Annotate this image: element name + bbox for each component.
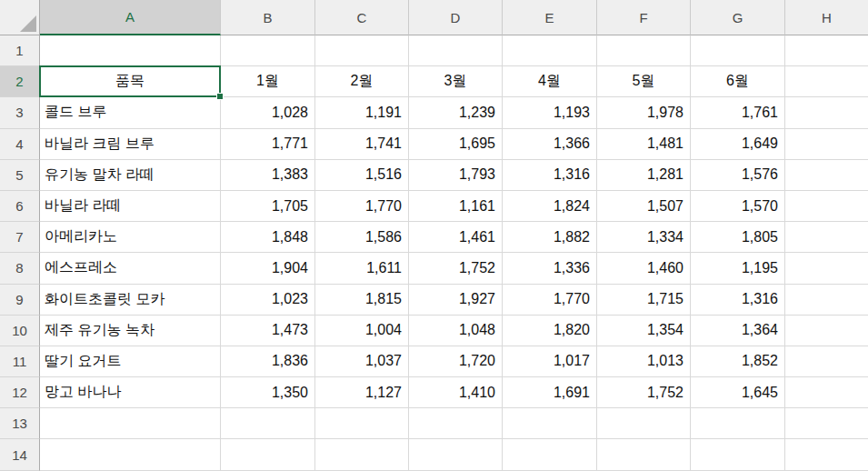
cell-H13[interactable] [785,408,868,439]
cell-F10[interactable]: 1,354 [597,316,691,346]
col-header-G[interactable]: G [691,0,785,35]
cell-H8[interactable] [785,253,868,284]
cell-C9[interactable]: 1,815 [315,285,409,316]
cell-C5[interactable]: 1,516 [315,160,409,191]
cell-D13[interactable] [409,408,503,439]
row-header-11[interactable]: 11 [0,346,40,377]
row-header-1[interactable]: 1 [0,35,40,66]
cell-H7[interactable] [785,222,868,253]
cell-H12[interactable] [785,377,868,408]
cell-G3[interactable]: 1,761 [691,97,785,128]
cell-E5[interactable]: 1,316 [503,160,597,191]
cell-F13[interactable] [597,408,691,439]
cell-H1[interactable] [785,35,868,66]
cell-A2[interactable]: 품목 [40,66,221,97]
cell-E2[interactable]: 4월 [503,66,597,97]
cell-B2[interactable]: 1월 [221,66,315,97]
cell-C4[interactable]: 1,741 [315,129,409,160]
cell-A5[interactable]: 유기농 말차 라떼 [40,160,221,191]
cell-B6[interactable]: 1,705 [221,191,315,222]
cell-F12[interactable]: 1,752 [597,377,691,408]
cell-D10[interactable]: 1,048 [409,316,503,346]
cell-H4[interactable] [785,129,868,160]
cell-A14[interactable] [40,439,221,470]
cell-H9[interactable] [785,285,868,316]
cell-B8[interactable]: 1,904 [221,253,315,284]
cell-C3[interactable]: 1,191 [315,97,409,128]
cell-G2[interactable]: 6월 [691,66,785,97]
cell-D2[interactable]: 3월 [409,66,503,97]
cell-E4[interactable]: 1,366 [503,129,597,160]
cell-E13[interactable] [503,408,597,439]
cell-F8[interactable]: 1,460 [597,253,691,284]
cell-A10[interactable]: 제주 유기농 녹차 [40,316,221,346]
cell-D4[interactable]: 1,695 [409,129,503,160]
cell-E8[interactable]: 1,336 [503,253,597,284]
cell-C11[interactable]: 1,037 [315,346,409,377]
cell-C8[interactable]: 1,611 [315,253,409,284]
cell-A11[interactable]: 딸기 요거트 [40,346,221,377]
row-header-14[interactable]: 14 [0,439,40,470]
cell-G10[interactable]: 1,364 [691,316,785,346]
cell-D8[interactable]: 1,752 [409,253,503,284]
cell-A3[interactable]: 콜드 브루 [40,97,221,128]
cell-G12[interactable]: 1,645 [691,377,785,408]
cell-G8[interactable]: 1,195 [691,253,785,284]
row-header-13[interactable]: 13 [0,408,40,439]
cell-C10[interactable]: 1,004 [315,316,409,346]
cell-E7[interactable]: 1,882 [503,222,597,253]
cell-D14[interactable] [409,439,503,470]
cell-A4[interactable]: 바닐라 크림 브루 [40,129,221,160]
cell-F9[interactable]: 1,715 [597,285,691,316]
cell-D7[interactable]: 1,461 [409,222,503,253]
cell-E10[interactable]: 1,820 [503,316,597,346]
cell-H6[interactable] [785,191,868,222]
cell-D5[interactable]: 1,793 [409,160,503,191]
cell-E3[interactable]: 1,193 [503,97,597,128]
cell-A7[interactable]: 아메리카노 [40,222,221,253]
cell-H11[interactable] [785,346,868,377]
cell-C1[interactable] [315,35,409,66]
cell-B4[interactable]: 1,771 [221,129,315,160]
row-header-5[interactable]: 5 [0,160,40,191]
cell-B12[interactable]: 1,350 [221,377,315,408]
col-header-C[interactable]: C [315,0,409,35]
cell-C14[interactable] [315,439,409,470]
cell-F11[interactable]: 1,013 [597,346,691,377]
cell-B10[interactable]: 1,473 [221,316,315,346]
cell-D12[interactable]: 1,410 [409,377,503,408]
col-header-D[interactable]: D [409,0,503,35]
cell-F3[interactable]: 1,978 [597,97,691,128]
cell-A13[interactable] [40,408,221,439]
cell-A12[interactable]: 망고 바나나 [40,377,221,408]
row-header-7[interactable]: 7 [0,222,40,253]
cell-G1[interactable] [691,35,785,66]
cell-B11[interactable]: 1,836 [221,346,315,377]
cell-C7[interactable]: 1,586 [315,222,409,253]
cell-B3[interactable]: 1,028 [221,97,315,128]
cell-G11[interactable]: 1,852 [691,346,785,377]
row-header-6[interactable]: 6 [0,191,40,222]
select-all-button[interactable] [0,0,40,35]
cell-F14[interactable] [597,439,691,470]
cell-B5[interactable]: 1,383 [221,160,315,191]
fill-handle[interactable] [216,93,224,100]
col-header-B[interactable]: B [221,0,315,35]
cell-F2[interactable]: 5월 [597,66,691,97]
cell-E11[interactable]: 1,017 [503,346,597,377]
cell-C2[interactable]: 2월 [315,66,409,97]
cell-E1[interactable] [503,35,597,66]
cell-F1[interactable] [597,35,691,66]
cell-F7[interactable]: 1,334 [597,222,691,253]
cell-D3[interactable]: 1,239 [409,97,503,128]
cell-H2[interactable] [785,66,868,97]
cell-G7[interactable]: 1,805 [691,222,785,253]
cell-H10[interactable] [785,316,868,346]
cell-D1[interactable] [409,35,503,66]
cell-F6[interactable]: 1,507 [597,191,691,222]
cell-H3[interactable] [785,97,868,128]
cell-B14[interactable] [221,439,315,470]
cell-C6[interactable]: 1,770 [315,191,409,222]
cell-A9[interactable]: 화이트초콜릿 모카 [40,285,221,316]
cell-D9[interactable]: 1,927 [409,285,503,316]
